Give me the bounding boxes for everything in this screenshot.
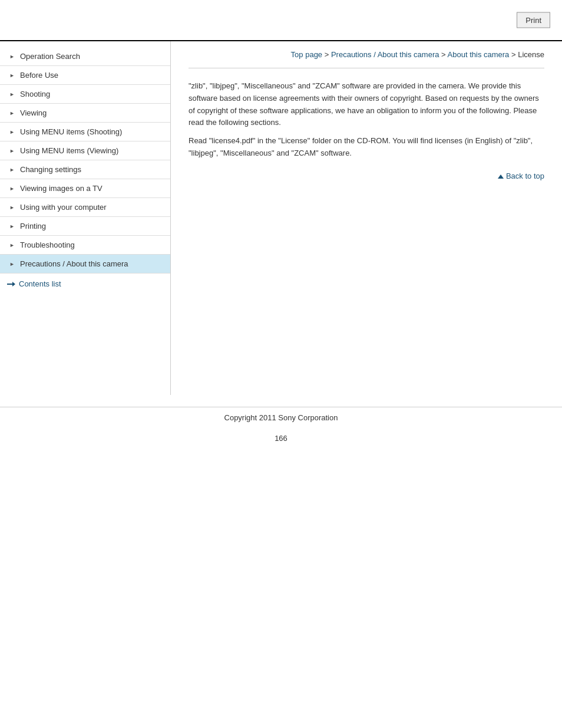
chevron-right-icon: ► [9,129,15,135]
body-paragraph-2: Read "license4.pdf" in the "License" fol… [189,135,544,160]
sidebar-item-before-use[interactable]: ► Before Use [0,66,170,85]
back-to-top-section: Back to top [189,172,544,180]
sidebar-item-label: Printing [20,222,46,230]
breadcrumb-license: License [518,50,544,59]
sidebar-item-viewing-tv[interactable]: ► Viewing images on a TV [0,179,170,198]
breadcrumb-precautions[interactable]: Precautions / About this camera [331,50,439,59]
sidebar-item-label: Shooting [20,90,50,98]
chevron-right-icon: ► [9,110,15,116]
chevron-right-icon: ► [9,205,15,210]
content-area: Top page > Precautions / About this came… [171,41,562,395]
chevron-right-icon: ► [9,223,15,229]
print-button[interactable]: Print [517,12,550,28]
breadcrumb: Top page > Precautions / About this came… [189,50,544,59]
sidebar-item-computer[interactable]: ► Using with your computer [0,198,170,217]
chevron-right-icon: ► [9,242,15,248]
sidebar-item-label: Using with your computer [20,203,107,212]
sidebar-item-changing-settings[interactable]: ► Changing settings [0,160,170,179]
chevron-right-icon: ► [9,148,15,154]
breadcrumb-top-page[interactable]: Top page [291,50,323,59]
breadcrumb-sep2: > [439,50,447,59]
sidebar-item-label: Viewing [20,108,47,117]
chevron-right-icon: ► [9,91,15,97]
sidebar-item-label: Using MENU items (Shooting) [20,127,122,136]
header-bar: Print [0,0,562,41]
main-layout: ► Operation Search ► Before Use ► Shooti… [0,41,562,395]
sidebar-item-troubleshooting[interactable]: ► Troubleshooting [0,236,170,255]
chevron-right-icon: ► [9,186,15,192]
sidebar-item-label: Before Use [20,71,58,80]
sidebar-item-label: Precautions / About this camera [20,259,128,268]
triangle-up-icon [498,174,504,179]
chevron-right-icon: ► [9,167,15,173]
page-number: 166 [0,428,562,449]
contents-list-link[interactable]: Contents list [0,274,170,294]
page-number-value: 166 [275,434,287,443]
content-divider [189,68,544,68]
breadcrumb-about-camera[interactable]: About this camera [448,50,510,59]
back-to-top-link[interactable]: Back to top [498,172,544,180]
sidebar-item-label: Operation Search [20,52,80,61]
sidebar-item-label: Changing settings [20,165,81,174]
breadcrumb-sep1: > [322,50,331,59]
sidebar-item-menu-shooting[interactable]: ► Using MENU items (Shooting) [0,123,170,141]
sidebar-item-label: Troubleshooting [20,241,75,249]
sidebar-item-label: Viewing images on a TV [20,184,103,193]
sidebar-item-printing[interactable]: ► Printing [0,217,170,236]
sidebar-item-menu-viewing[interactable]: ► Using MENU items (Viewing) [0,141,170,160]
sidebar-item-viewing[interactable]: ► Viewing [0,104,170,123]
back-to-top-label: Back to top [506,172,544,180]
breadcrumb-sep3: > [509,50,518,59]
copyright-text: Copyright 2011 Sony Corporation [224,413,338,422]
sidebar-item-shooting[interactable]: ► Shooting [0,85,170,104]
sidebar-item-precautions[interactable]: ► Precautions / About this camera [0,255,170,274]
sidebar: ► Operation Search ► Before Use ► Shooti… [0,41,171,395]
chevron-right-icon: ► [9,261,15,267]
sidebar-item-operation-search[interactable]: ► Operation Search [0,47,170,66]
sidebar-item-label: Using MENU items (Viewing) [20,146,118,155]
body-paragraph-1: "zlib", "libjpeg", "Miscellaneous" and "… [189,80,544,129]
arrow-right-icon [7,281,15,287]
chevron-right-icon: ► [9,54,15,60]
chevron-right-icon: ► [9,73,15,78]
contents-list-label: Contents list [19,279,61,288]
footer: Copyright 2011 Sony Corporation [0,407,562,428]
